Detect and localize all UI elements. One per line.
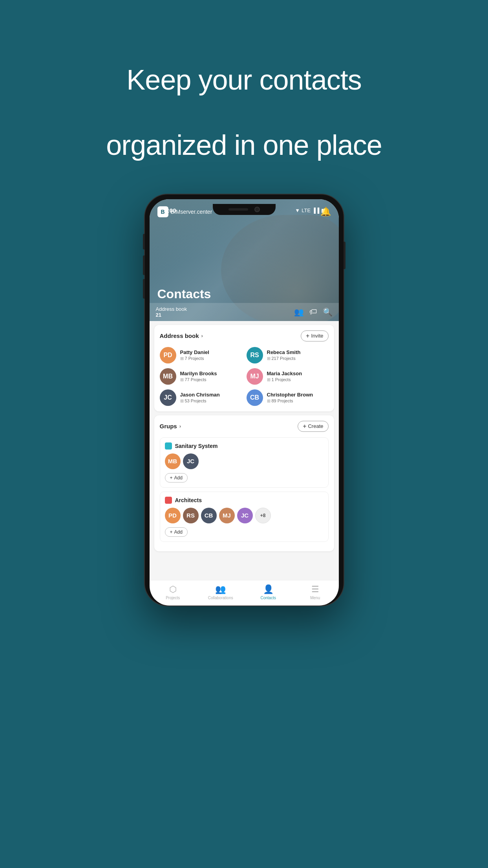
group-avatars: PD RS CB MJ JC +8 [165,508,324,523]
address-book-section: Address book › + Invite PD Patty Daniel [154,325,334,411]
invite-label: Invite [311,333,323,339]
contact-avatar: CB [247,389,263,406]
group-member-avatar: MB [165,453,181,469]
contact-projects: ⊞ 217 Projects [267,356,301,361]
page-headline: Keep your contacts organized in one plac… [106,31,382,162]
group-member-avatar: JC [183,453,199,469]
people-icon[interactable]: 👥 [294,307,304,317]
contacts-grid: PD Patty Daniel ⊞ 7 Projects RS Rebeca S… [160,347,329,406]
create-group-button[interactable]: + Create [298,421,328,432]
invite-button[interactable]: + Invite [301,330,328,341]
group-header: Architects [165,497,324,504]
address-book-label-text: Address book [160,332,199,339]
hero-action-icons: 👥 🏷 🔍 [294,307,333,317]
group-item-sanitary-system[interactable]: Sanitary System MB JC + Add [160,437,329,488]
plus-icon: + [170,475,173,481]
contact-item-marilyn-brooks[interactable]: MB Marilyn Brooks ⊞ 77 Projects [160,368,242,385]
projects-icon: ⊞ [180,398,184,404]
search-icon[interactable]: 🔍 [323,307,333,317]
tag-icon[interactable]: 🏷 [309,307,317,316]
content-scroll: Address book › + Invite PD Patty Daniel [150,321,339,591]
page-title-overlay: Contacts [157,287,211,301]
groups-label-text: Grups [160,423,177,429]
group-member-avatar: CB [201,508,217,523]
contact-info: Patty Daniel ⊞ 7 Projects [180,349,209,361]
contact-avatar: MJ [247,368,263,385]
add-label: Add [174,475,183,481]
app-logo[interactable]: B BIMserver.center [157,206,212,217]
contact-name: Rebeca Smith [267,349,301,356]
contact-projects: ⊞ 77 Projects [180,377,217,382]
chevron-right-icon: › [179,423,181,429]
group-header: Sanitary System [165,442,324,450]
contact-name: Christopher Brown [267,392,313,398]
contact-avatar: RS [247,347,263,363]
projects-icon: ⊞ [267,398,271,404]
contact-info: Marilyn Brooks ⊞ 77 Projects [180,371,217,382]
nav-icon-projects: ⬡ [169,584,177,591]
add-member-button[interactable]: + Add [165,527,188,537]
phone-mockup: 9:00 ▼ LTE ▐▐ ▮ B BIMserver.center 🔔 Con… [144,194,344,606]
plus-icon: + [306,333,309,339]
speaker [228,208,248,211]
projects-icon: ⊞ [267,356,271,361]
contact-name: Patty Daniel [180,349,209,356]
add-member-button[interactable]: + Add [165,473,188,483]
groups-title[interactable]: Grups › [160,423,181,429]
groups-section: Grups › + Create Sanitary System [154,415,334,551]
address-book-title[interactable]: Address book › [160,332,203,339]
volume-down-button [143,279,145,299]
contact-avatar: MB [160,368,176,385]
nav-item-contacts[interactable]: 👤 Contacts [256,584,280,591]
contact-projects: ⊞ 7 Projects [180,356,209,361]
plus-icon: + [170,529,173,535]
nav-item-collaborations[interactable]: 👥 Collaborations [208,584,233,591]
projects-icon: ⊞ [180,377,184,382]
nav-icon-collaborations: 👥 [215,584,226,591]
address-book-header: Address book › + Invite [160,330,329,341]
address-book-label: Address book [156,306,187,312]
contact-projects: ⊞ 53 Projects [180,398,220,404]
contact-info: Jason Chrisman ⊞ 53 Projects [180,392,220,404]
groups-header: Grups › + Create [160,421,329,432]
address-book-info: Address book 21 [156,306,187,318]
contact-item-christopher-brown[interactable]: CB Christopher Brown ⊞ 89 Projects [247,389,329,406]
notification-bell-icon[interactable]: 🔔 [320,207,331,217]
hero-bottom-bar: Address book 21 👥 🏷 🔍 [150,303,339,321]
contact-item-maria-jackson[interactable]: MJ Maria Jackson ⊞ 1 Projects [247,368,329,385]
page-title: Contacts [157,287,211,301]
contact-name: Maria Jackson [267,371,302,377]
groups-list: Sanitary System MB JC + Add Architects P… [160,437,329,542]
main-content: Address book › + Invite PD Patty Daniel [150,321,339,591]
contact-item-jason-chrisman[interactable]: JC Jason Chrisman ⊞ 53 Projects [160,389,242,406]
contact-avatar: PD [160,347,176,363]
contact-item-patty-daniel[interactable]: PD Patty Daniel ⊞ 7 Projects [160,347,242,363]
group-member-avatar: MJ [219,508,235,523]
hero-section: 9:00 ▼ LTE ▐▐ ▮ B BIMserver.center 🔔 Con… [150,199,339,321]
group-avatar-more: +8 [255,508,271,523]
plus-icon: + [303,423,306,429]
contact-avatar: JC [160,389,176,406]
contact-info: Rebeca Smith ⊞ 217 Projects [267,349,301,361]
group-member-avatar: JC [237,508,253,523]
contact-name: Marilyn Brooks [180,371,217,377]
group-item-architects[interactable]: Architects PD RS CB MJ JC +8 + Add [160,492,329,542]
group-color-indicator [165,442,172,450]
group-name: Sanitary System [175,443,218,449]
nav-item-menu[interactable]: ☰ Menu [303,584,327,591]
contact-projects: ⊞ 1 Projects [267,377,302,382]
power-button [344,242,345,269]
mute-button [143,234,145,250]
projects-icon: ⊞ [180,356,184,361]
contact-name: Jason Chrisman [180,392,220,398]
create-label: Create [308,423,323,429]
nav-item-projects[interactable]: ⬡ Projects [161,584,185,591]
contact-item-rebeca-smith[interactable]: RS Rebeca Smith ⊞ 217 Projects [247,347,329,363]
logo-text: BIMserver.center [171,209,212,215]
contact-info: Maria Jackson ⊞ 1 Projects [267,371,302,382]
group-name: Architects [175,497,202,503]
front-camera [254,207,260,212]
phone-notch [213,204,276,215]
bottom-navigation: ⬡ Projects 👥 Collaborations 👤 Contacts ☰… [150,580,339,591]
contact-info: Christopher Brown ⊞ 89 Projects [267,392,313,404]
